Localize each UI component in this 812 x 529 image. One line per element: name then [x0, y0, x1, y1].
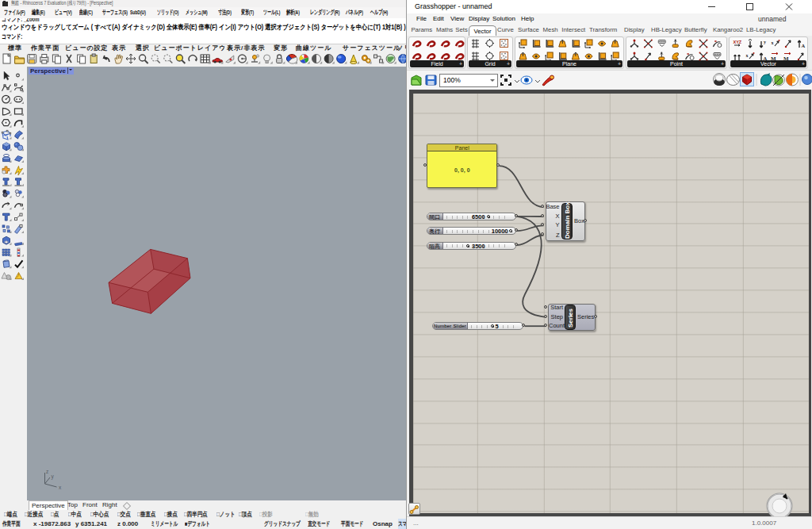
svg-text:x: x [59, 485, 62, 490]
svg-text:z: z [46, 469, 48, 474]
svg-text:y: y [764, 40, 766, 44]
svg-text:x: x [746, 53, 749, 58]
svg-text:XYZ: XYZ [733, 40, 742, 44]
svg-text:M: M [783, 56, 789, 62]
svg-text:A: A [802, 43, 806, 48]
svg-text:y: y [52, 473, 55, 480]
svg-text:M: M [771, 56, 776, 62]
svg-text:x: x [772, 40, 774, 45]
svg-text:A: A [764, 56, 768, 61]
